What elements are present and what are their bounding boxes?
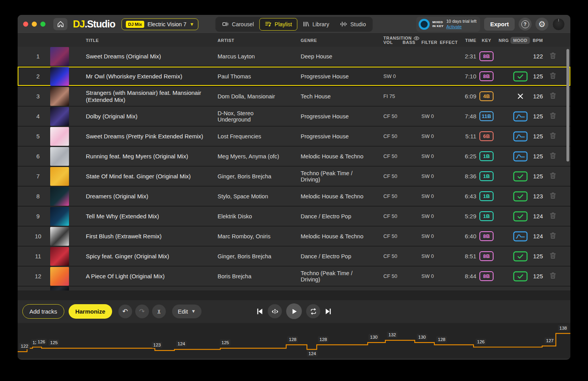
transition-filter-value: SW 0 <box>419 193 438 199</box>
delete-track-button[interactable] <box>550 132 556 141</box>
home-button[interactable] <box>53 18 67 30</box>
jump-to-transition-button[interactable] <box>268 304 282 318</box>
tab-playlist[interactable]: Playlist <box>260 18 298 31</box>
track-artist: Stylo, Space Motion <box>205 193 288 200</box>
trash-icon <box>550 272 556 279</box>
redo-button[interactable]: ↷ <box>135 305 149 318</box>
delete-track-button[interactable] <box>550 112 556 121</box>
mood-indicator[interactable] <box>513 191 528 201</box>
project-name: Electric Vision 7 <box>147 21 186 27</box>
mood-indicator[interactable] <box>513 131 528 142</box>
table-row[interactable]: 1 Sweet Dreams (Original Mix) Marcus Lay… <box>18 47 570 67</box>
export-button[interactable]: Export <box>484 18 515 31</box>
activate-link[interactable]: Activate <box>446 24 476 30</box>
transition-vol-value: CF 50 <box>372 133 400 139</box>
project-selector[interactable]: DJ Mix Electric Vision 7 ▼ <box>122 18 199 30</box>
column-header-effect[interactable]: EFFECT <box>438 40 458 47</box>
mood-indicator[interactable] <box>513 231 528 241</box>
album-art <box>50 187 69 206</box>
track-number: 9 <box>31 213 45 220</box>
table-row[interactable]: 6 Running feat. Meg Myers (Original Mix)… <box>18 147 570 167</box>
bpm-timeline-chart[interactable]: 1221251261251231241251281241281301321301… <box>18 323 570 358</box>
undo-button[interactable]: ↶ <box>118 305 132 318</box>
delete-track-button[interactable] <box>550 52 556 61</box>
table-row[interactable]: 8 Dreamers (Original Mix) Stylo, Space M… <box>18 187 570 207</box>
user-avatar[interactable] <box>552 18 565 31</box>
delete-track-button[interactable] <box>550 252 556 261</box>
delete-track-button[interactable] <box>550 232 556 241</box>
table-row[interactable]: 10 First Blush (Extrawelt Remix) Marc Ro… <box>18 227 570 247</box>
tab-carousel[interactable]: Carousel <box>217 18 260 31</box>
next-track-button[interactable] <box>325 308 332 315</box>
mood-indicator[interactable] <box>513 71 528 82</box>
delete-track-button[interactable] <box>550 72 556 81</box>
vertical-scrollbar[interactable] <box>566 49 569 161</box>
transition-vol-value: CF 50 <box>372 213 400 219</box>
delete-track-button[interactable] <box>550 152 556 161</box>
track-title: Dolby (Original Mix) <box>73 113 205 120</box>
mood-indicator[interactable] <box>513 271 528 281</box>
settings-button[interactable]: ⚙ <box>535 18 548 31</box>
track-bpm: 125 <box>530 73 543 80</box>
tab-library[interactable]: Library <box>298 18 335 31</box>
column-header-artist[interactable]: ARTIST <box>205 38 288 43</box>
eye-icon <box>414 36 419 40</box>
loop-button[interactable] <box>306 304 320 318</box>
play-button[interactable] <box>286 303 302 319</box>
mood-x-icon <box>517 93 523 99</box>
mood-indicator[interactable] <box>517 93 523 99</box>
mood-indicator[interactable] <box>513 251 528 261</box>
column-header-vol[interactable]: VOL <box>372 40 400 47</box>
library-icon <box>303 21 309 27</box>
track-number: 11 <box>31 253 45 259</box>
table-row[interactable]: 2 Mr Owl (Whoriskey Extended Remix) Paul… <box>18 67 570 87</box>
table-row[interactable]: 9 Tell Me Why (Extended Mix) Elektrik Di… <box>18 207 570 227</box>
track-number: 10 <box>31 233 45 239</box>
table-row[interactable]: 4 Dolby (Original Mix) D-Nox, Stereo Und… <box>18 107 570 127</box>
delete-track-button[interactable] <box>550 212 556 221</box>
column-header-mood[interactable]: MOOD <box>510 37 530 44</box>
table-row[interactable]: 5 Sweet Dreams (Pretty Pink Extended Rem… <box>18 127 570 147</box>
delete-track-button[interactable] <box>550 272 556 281</box>
column-header-filter[interactable]: FILTER <box>419 40 438 47</box>
table-row[interactable]: 11 Spicy feat. Ginger (Original Mix) Gin… <box>18 247 570 267</box>
app-window: DJ.Studio DJ Mix Electric Vision 7 ▼ Car… <box>18 15 570 360</box>
close-window-button[interactable] <box>23 22 28 27</box>
trash-icon <box>550 252 556 259</box>
column-header-genre[interactable]: GENRE <box>288 38 372 43</box>
column-header-title[interactable]: TITLE <box>73 38 205 43</box>
track-number: 6 <box>31 153 45 160</box>
cut-button[interactable]: ✂ <box>152 305 166 318</box>
column-header-time[interactable]: TIME <box>458 38 476 43</box>
delete-track-button[interactable] <box>550 172 556 181</box>
mood-check-icon <box>513 171 528 181</box>
column-header-bpm[interactable]: BPM <box>530 38 543 43</box>
column-header-bass[interactable]: BASS <box>400 40 419 47</box>
transition-vol-value: CF 50 <box>372 193 400 199</box>
zoom-window-button[interactable] <box>40 22 45 27</box>
track-artist: Meg Myers, Anyma (ofc) <box>205 153 288 160</box>
previous-track-button[interactable] <box>256 308 263 315</box>
edit-menu-button[interactable]: Edit ▼ <box>172 305 202 318</box>
delete-track-button[interactable] <box>550 192 556 201</box>
minimize-window-button[interactable] <box>32 22 37 27</box>
column-header-transition[interactable]: TRANSITION <box>383 36 419 40</box>
delete-track-button[interactable] <box>550 92 556 101</box>
column-header-key[interactable]: KEY <box>476 38 497 43</box>
key-badge: 1B <box>479 211 494 221</box>
harmonize-button[interactable]: Harmonize <box>69 304 112 319</box>
table-row[interactable]: 7 State Of Mind feat. Ginger (Original M… <box>18 167 570 187</box>
mood-indicator[interactable] <box>513 211 528 221</box>
track-time: 5:11 <box>458 133 476 140</box>
add-tracks-button[interactable]: Add tracks <box>22 304 64 319</box>
tab-studio[interactable]: Studio <box>335 18 372 31</box>
table-row[interactable]: 12 A Piece Of Light (Original Mix) Boris… <box>18 267 570 287</box>
help-button[interactable]: ? <box>519 18 532 31</box>
table-row[interactable]: 3 Strangers (with Mansionair) feat. Mans… <box>18 87 570 107</box>
column-header-nrg[interactable]: NRG <box>497 38 511 43</box>
mood-indicator[interactable] <box>513 151 528 161</box>
mood-indicator[interactable] <box>513 171 528 181</box>
table-row-partial[interactable] <box>18 287 570 290</box>
mood-indicator[interactable] <box>513 111 528 122</box>
bpm-value-label: 123 <box>152 342 162 348</box>
